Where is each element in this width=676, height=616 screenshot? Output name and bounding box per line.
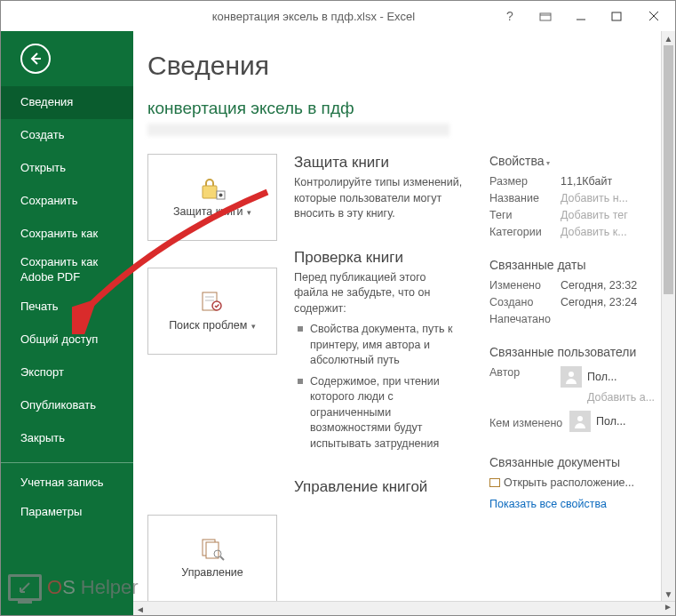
inspect-icon: [199, 291, 226, 314]
properties-header[interactable]: Свойства▾: [489, 154, 655, 168]
inspect-button-label: Поиск проблем: [169, 319, 247, 332]
svg-point-9: [219, 194, 223, 197]
show-all-properties-link[interactable]: Показать все свойства: [489, 498, 655, 510]
manage-icon: [199, 538, 226, 561]
sidebar-item-share[interactable]: Общий доступ: [1, 324, 133, 356]
open-file-location-link[interactable]: Открыть расположение...: [489, 476, 655, 489]
maximize-button[interactable]: [600, 4, 632, 28]
vertical-scrollbar[interactable]: ▲ ▼: [661, 31, 675, 601]
sidebar-item-export[interactable]: Экспорт: [1, 356, 133, 389]
chevron-down-icon: ▾: [245, 208, 252, 217]
sidebar-item-info[interactable]: Сведения: [1, 86, 133, 119]
date-row-printed: Напечатано: [489, 313, 655, 325]
protect-workbook-button[interactable]: Защита книги ▾: [147, 154, 277, 241]
svg-rect-0: [540, 13, 551, 20]
folder-icon: [489, 478, 500, 487]
svg-point-18: [569, 372, 574, 377]
author-chip[interactable]: Пол...: [561, 366, 655, 388]
inspect-item: Содержимое, при чтении которого люди с о…: [294, 374, 463, 452]
prop-row-title[interactable]: НазваниеДобавить н...: [489, 192, 655, 204]
date-row-modified: ИзмененоСегодня, 23:32: [489, 279, 655, 292]
page-title: Сведения: [147, 51, 648, 81]
check-issues-button[interactable]: Поиск проблем ▾: [147, 268, 277, 355]
dates-header: Связанные даты: [489, 258, 655, 272]
sidebar-item-save-as[interactable]: Сохранить как: [1, 218, 133, 251]
document-path: [147, 124, 449, 136]
ribbon-options-button[interactable]: [529, 4, 561, 28]
minimize-button[interactable]: [565, 4, 597, 28]
window-title: конвертация эксель в пдф.xlsx - Excel: [133, 10, 494, 23]
sidebar-item-account[interactable]: Учетная запись: [1, 470, 133, 496]
sidebar-item-save-adobe-pdf[interactable]: Сохранить как Adobe PDF: [1, 250, 133, 291]
protect-section-header: Защита книги: [294, 154, 463, 172]
changed-by-chip[interactable]: Пол...: [569, 411, 655, 432]
svg-rect-3: [612, 12, 621, 20]
date-row-created: СозданоСегодня, 23:24: [489, 296, 655, 308]
document-title: конвертация эксель в пдф: [147, 99, 648, 118]
inspect-item: Свойства документа, путь к принтеру, имя…: [294, 322, 463, 369]
related-docs-header: Связанные документы: [489, 455, 655, 469]
inspect-section-header: Проверка книги: [294, 249, 463, 267]
svg-rect-7: [203, 186, 217, 198]
avatar-icon: [569, 411, 591, 432]
chevron-down-icon: ▾: [546, 159, 550, 167]
prop-row-tags[interactable]: ТегиДобавить тег: [489, 209, 655, 221]
prop-row-size: Размер11,1Кбайт: [489, 175, 655, 188]
prop-row-categories[interactable]: КатегорииДобавить к...: [489, 226, 655, 238]
manage-workbook-button[interactable]: Управление: [147, 515, 277, 601]
manage-section-header: Управление книгой: [294, 478, 463, 496]
inspect-section-body: Перед публикацией этого файла не забудьт…: [294, 270, 463, 452]
changed-by-label: Кем изменено: [489, 417, 569, 429]
svg-line-17: [220, 556, 224, 560]
manage-button-label: Управление: [181, 566, 243, 579]
help-button[interactable]: ?: [494, 4, 526, 28]
lock-icon: [199, 177, 226, 200]
author-label: Автор: [489, 366, 561, 379]
backstage-sidebar: Сведения Создать Открыть Сохранить Сохра…: [1, 31, 133, 615]
sidebar-item-new[interactable]: Создать: [1, 119, 133, 152]
back-button[interactable]: [20, 44, 51, 74]
add-author-link[interactable]: Добавить а...: [587, 391, 655, 404]
sidebar-item-open[interactable]: Открыть: [1, 152, 133, 185]
sidebar-item-print[interactable]: Печать: [1, 291, 133, 324]
sidebar-item-options[interactable]: Параметры: [1, 496, 133, 529]
users-header: Связанные пользователи: [489, 345, 655, 359]
sidebar-item-save[interactable]: Сохранить: [1, 185, 133, 218]
horizontal-scrollbar[interactable]: ◄►: [133, 601, 675, 615]
close-button[interactable]: [636, 4, 672, 28]
chevron-down-icon: ▾: [249, 322, 256, 331]
watermark: OSHelper: [8, 574, 139, 601]
sidebar-item-publish[interactable]: Опубликовать: [1, 389, 133, 422]
sidebar-item-close[interactable]: Закрыть: [1, 422, 133, 455]
avatar-icon: [561, 366, 582, 388]
svg-point-19: [577, 416, 583, 421]
protect-button-label: Защита книги: [173, 205, 243, 218]
protect-section-body: Контролируйте типы изменений, которые по…: [294, 175, 463, 222]
